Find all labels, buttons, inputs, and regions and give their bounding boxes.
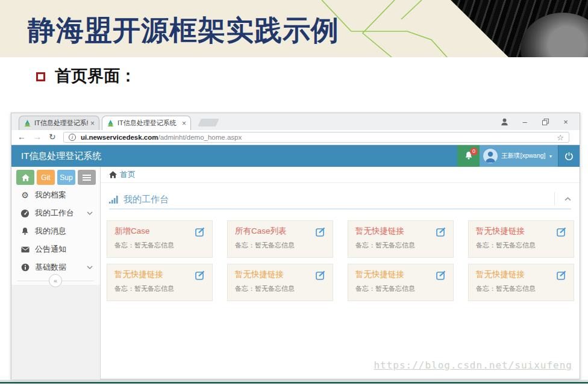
bell-icon [20,227,30,235]
url-host: ui.newservicedesk.com [81,134,158,141]
logout-button[interactable] [558,145,580,167]
shortcut-card[interactable]: 暂无快捷链接 备忘：暂无备忘信息 [348,264,454,301]
card-title[interactable]: 暂无快捷链接 [355,226,446,237]
main-content: 首页 我的工作台 新增Case 备忘：暂无备忘信 [101,167,580,379]
chevron-up-icon [565,197,571,201]
card-title[interactable]: 暂无快捷链接 [476,269,566,280]
browser-tab-2[interactable]: IT信息处理登记系统 × [102,116,191,130]
tab-title: IT信息处理登记系统 [34,119,88,128]
dashboard-icon [20,209,30,218]
chevron-down-icon [87,211,93,215]
info-icon [20,263,30,272]
minimize-button[interactable]: – [514,117,535,126]
breadcrumb: 首页 [101,167,580,183]
sidebar-item-label: 我的消息 [35,226,66,237]
url-row: ← → ↻ i ui.newservicedesk.com/adminht/de… [11,130,580,145]
user-menu[interactable]: 王新璞[xpwang] ▼ [480,145,558,167]
card-title[interactable]: 暂无快捷链接 [114,269,205,280]
back-button[interactable]: ← [17,132,26,142]
chevron-down-icon: ▼ [549,154,553,158]
shortcut-card[interactable]: 暂无快捷链接 备忘：暂无备忘信息 [227,264,333,301]
card-title[interactable]: 暂无快捷链接 [355,269,446,280]
shortcut-card[interactable]: 暂无快捷链接 备忘：暂无备忘信息 [468,220,574,258]
sidebar-collapse-button[interactable]: « [49,274,62,287]
address-bar[interactable]: i ui.newservicedesk.com/adminht/demo_hom… [63,132,569,143]
tab-close-icon[interactable]: × [90,119,95,128]
browser-window: IT信息处理登记系统 × IT信息处理登记系统 × – [11,113,580,379]
shortcut-card[interactable]: 所有Case列表 备忘：暂无备忘信息 [227,220,333,258]
bookmark-star-icon[interactable]: ☆ [557,133,564,142]
sidebar-item-label: 基础数据 [35,262,66,273]
card-title[interactable]: 暂无快捷链接 [235,269,325,280]
edit-icon[interactable] [195,270,205,280]
card-memo: 备忘：暂无备忘信息 [476,284,566,293]
edit-icon[interactable] [557,270,567,280]
bottom-rule-light [0,380,588,381]
breadcrumb-home[interactable]: 首页 [120,169,136,180]
sidebar-item-label: 我的档案 [35,190,66,201]
edit-icon[interactable] [316,270,326,280]
git-quick-button[interactable]: Git [37,170,55,185]
card-memo: 备忘：暂无备忘信息 [476,241,566,250]
reload-button[interactable]: ↻ [49,132,56,142]
edit-icon[interactable] [436,227,446,237]
sidebar-toggle-button[interactable] [78,170,96,185]
bullet-text: 首页界面： [55,65,136,87]
favicon-icon [107,119,114,127]
bullet-square-icon [36,72,45,81]
site-info-icon[interactable]: i [69,134,76,141]
tab-title: IT信息处理登记系统 [117,119,180,128]
card-memo: 备忘：暂无备忘信息 [355,241,446,250]
username: 王新璞[xpwang] [501,152,546,160]
sidebar-item-my-workbench[interactable]: 我的工作台 [11,204,100,222]
card-memo: 备忘：暂无备忘信息 [355,284,446,293]
chart-bars-icon [109,196,119,204]
favicon-icon [23,119,31,127]
shortcut-card[interactable]: 暂无快捷链接 备忘：暂无备忘信息 [468,264,574,301]
sidebar-lower [11,285,100,379]
app-brand: IT信息处理登记系统 [21,145,101,167]
quickbar: Git Sup [16,170,96,185]
sidebar-item-announcements[interactable]: 公告通知 [11,240,100,258]
close-window-button[interactable]: × [555,117,576,126]
restore-button[interactable] [535,119,555,125]
card-title[interactable]: 所有Case列表 [235,226,325,237]
watermark: https://blog.csdn.net/suixufeng [374,360,572,371]
home-icon [109,171,117,178]
sidebar-menu: ⚙ 我的档案 我的工作台 [11,186,100,276]
notifications-button[interactable]: 0 [457,145,480,167]
home-quick-button[interactable] [16,170,34,185]
home-icon [22,174,30,181]
edit-icon[interactable] [557,227,567,237]
edit-icon[interactable] [316,227,326,237]
shortcut-card[interactable]: 暂无快捷链接 备忘：暂无备忘信息 [107,264,213,301]
sidebar-item-label: 公告通知 [35,244,66,255]
bottom-rule-dark [0,382,588,384]
new-tab-button[interactable] [198,119,219,126]
slide-title: 静海盟开源框架实践示例 [28,12,339,49]
power-icon [565,152,574,161]
sidebar-item-my-messages[interactable]: 我的消息 [11,222,100,240]
edit-icon[interactable] [436,270,446,280]
card-memo: 备忘：暂无备忘信息 [235,284,325,293]
url-text: ui.newservicedesk.com/adminht/demo_home.… [81,134,557,141]
browser-tab-1[interactable]: IT信息处理登记系统 × [19,116,99,130]
shortcut-card[interactable]: 暂无快捷链接 备忘：暂无备忘信息 [348,220,454,258]
card-title[interactable]: 新增Case [114,226,205,237]
app-navbar: IT信息处理登记系统 0 王新璞[xpwang] ▼ [11,145,580,167]
slide: 静海盟开源框架实践示例 首页界面： IT信息处理登记系统 × IT信息处理登 [0,0,588,386]
sidebar-item-my-profile[interactable]: ⚙ 我的档案 [11,186,100,204]
avatar [483,149,498,163]
panel-title: 我的工作台 [124,194,169,205]
card-memo: 备忘：暂无备忘信息 [114,241,205,250]
profile-icon[interactable] [494,117,514,126]
forward-button[interactable]: → [33,132,42,142]
tab-close-icon[interactable]: × [182,119,186,128]
tab-strip: IT信息处理登记系统 × IT信息处理登记系统 × – [11,113,580,130]
panel-collapse-button[interactable] [554,192,571,205]
card-title[interactable]: 暂无快捷链接 [476,226,566,237]
edit-icon[interactable] [195,227,205,237]
tire-rim [521,13,588,57]
sup-quick-button[interactable]: Sup [57,170,75,185]
shortcut-card[interactable]: 新增Case 备忘：暂无备忘信息 [107,220,213,258]
